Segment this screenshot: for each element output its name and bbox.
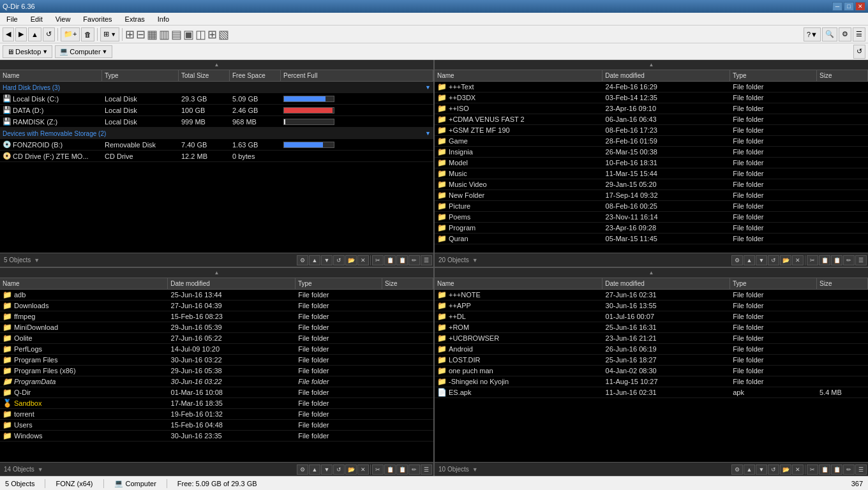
toolbar-icon9[interactable]: ▧ bbox=[218, 27, 229, 41]
pt-folder-tr[interactable]: 📂 bbox=[780, 255, 791, 265]
toolbar-extra[interactable]: ☰ bbox=[853, 27, 865, 41]
pt-copy-br[interactable]: 📋 bbox=[819, 464, 830, 475]
pt-menu-tl[interactable]: ☰ bbox=[421, 255, 432, 265]
file-row[interactable]: 📁Users15-Feb-16 04:48File folder bbox=[0, 420, 433, 431]
pt-paste-bl[interactable]: 📋 bbox=[396, 464, 408, 475]
pt-folder-bl[interactable]: 📂 bbox=[345, 464, 357, 475]
pt-up-bl[interactable]: ▲ bbox=[309, 464, 320, 475]
col-date-tr[interactable]: Date modified bbox=[602, 70, 730, 81]
desktop-dropdown-icon[interactable]: ▼ bbox=[42, 48, 48, 55]
col-type-br[interactable]: Type bbox=[730, 278, 817, 289]
disk-b[interactable]: 💿FONZROID (B:) Removable Disk 7.40 GB 1.… bbox=[0, 139, 433, 151]
file-row[interactable]: 📁+GSM ZTE MF 19008-Feb-16 17:23File fold… bbox=[435, 125, 868, 136]
toolbar-icon7[interactable]: ◫ bbox=[195, 27, 206, 41]
pt-delete-br[interactable]: ✕ bbox=[792, 464, 804, 475]
toolbar-icon1[interactable]: ⊞ bbox=[125, 27, 135, 41]
file-row[interactable]: 📁Picture08-Feb-16 00:25File folder bbox=[435, 201, 868, 212]
col-name-br[interactable]: Name bbox=[435, 278, 602, 289]
pt-delete-tl[interactable]: ✕ bbox=[357, 255, 369, 265]
disk-f[interactable]: 📀CD Drive (F:) ZTE MO... CD Drive 12.2 M… bbox=[0, 151, 433, 162]
pt-edit-tl[interactable]: ✏ bbox=[408, 255, 420, 265]
minimize-button[interactable]: ─ bbox=[832, 2, 842, 11]
col-size-br[interactable]: Size bbox=[817, 278, 868, 289]
file-row-apk[interactable]: 📄ES.apk11-Jun-16 02:31apk5.4 MB bbox=[435, 387, 868, 398]
col-name-tl[interactable]: Name bbox=[0, 70, 102, 81]
toolbar-icon3[interactable]: ▦ bbox=[147, 27, 158, 41]
pt-up-tr[interactable]: ▲ bbox=[744, 255, 755, 265]
pt-refresh-bl[interactable]: ↺ bbox=[333, 464, 345, 475]
maximize-button[interactable]: □ bbox=[844, 2, 854, 11]
disk-z[interactable]: 💾RAMDISK (Z:) Local Disk 999 MB 968 MB bbox=[0, 116, 433, 128]
col-pct-tl[interactable]: Percent Full bbox=[281, 70, 433, 81]
pt-refresh-tl[interactable]: ↺ bbox=[333, 255, 345, 265]
toolbar-search[interactable]: 🔍 bbox=[822, 27, 837, 41]
toolbar-help[interactable]: ?▼ bbox=[804, 27, 821, 41]
pt-refresh-tr[interactable]: ↺ bbox=[768, 255, 779, 265]
toolbar-forward[interactable]: ▶ bbox=[15, 27, 27, 41]
objects-count-br[interactable]: 10 Objects bbox=[436, 466, 472, 473]
file-row[interactable]: 📁Android26-Jun-16 06:19File folder bbox=[435, 344, 868, 355]
file-row[interactable]: 📁+UCBROWSER23-Jun-16 21:21File folder bbox=[435, 333, 868, 344]
scroll-top-tr[interactable]: ▲ bbox=[435, 60, 868, 70]
pt-delete-bl[interactable]: ✕ bbox=[357, 464, 369, 475]
pt-paste-br[interactable]: 📋 bbox=[831, 464, 842, 475]
pt-folder-tl[interactable]: 📂 bbox=[345, 255, 357, 265]
file-row[interactable]: 📁Music Video29-Jan-15 05:20File folder bbox=[435, 179, 868, 190]
file-row[interactable]: 📁Windows30-Jun-16 23:35File folder bbox=[0, 431, 433, 442]
toolbar-icon4[interactable]: ▥ bbox=[159, 27, 170, 41]
objects-count-bl[interactable]: 14 Objects bbox=[1, 466, 37, 473]
pt-menu-br[interactable]: ☰ bbox=[855, 464, 867, 475]
objects-count-tr[interactable]: 20 Objects bbox=[436, 256, 472, 264]
col-size-bl[interactable]: Size bbox=[382, 278, 433, 289]
file-row[interactable]: 📁-Shingeki no Kyojin11-Aug-15 10:27File … bbox=[435, 376, 868, 387]
close-button[interactable]: ✕ bbox=[855, 2, 865, 11]
address-desktop[interactable]: 🖥 Desktop ▼ bbox=[3, 45, 52, 58]
file-row[interactable]: 📁Q-Dir01-Mar-16 10:08File folder bbox=[0, 387, 433, 398]
pt-menu-tr[interactable]: ☰ bbox=[855, 255, 867, 265]
pt-down-br[interactable]: ▼ bbox=[756, 464, 767, 475]
pt-delete-tr[interactable]: ✕ bbox=[792, 255, 804, 265]
col-type-bl[interactable]: Type bbox=[296, 278, 382, 289]
menu-info[interactable]: Info bbox=[154, 14, 173, 24]
scroll-top-br[interactable]: ▲ bbox=[435, 268, 868, 278]
col-free-tl[interactable]: Free Space bbox=[230, 70, 281, 81]
toolbar-new-folder[interactable]: 📁+ bbox=[61, 27, 80, 41]
file-row[interactable]: 📁Model10-Feb-16 18:31File folder bbox=[435, 158, 868, 168]
file-row[interactable]: 📁Program Files30-Jun-16 03:22File folder bbox=[0, 355, 433, 366]
toolbar-icon8[interactable]: ⊞ bbox=[207, 27, 217, 41]
file-row-programdata[interactable]: 📁ProgramData30-Jun-16 03:22File folder bbox=[0, 376, 433, 387]
file-row[interactable]: 📁Poems23-Nov-11 16:14File folder bbox=[435, 212, 868, 223]
toolbar-refresh[interactable]: ↺ bbox=[43, 27, 55, 41]
file-row[interactable]: 📁++ISO23-Apr-16 09:10File folder bbox=[435, 103, 868, 114]
pt-down-tr[interactable]: ▼ bbox=[756, 255, 767, 265]
pt-cut-bl[interactable]: ✂ bbox=[372, 464, 384, 475]
toolbar-view-options[interactable]: ⊞▼ bbox=[100, 27, 119, 41]
col-type-tl[interactable]: Type bbox=[102, 70, 179, 81]
file-row[interactable]: 📁Game28-Feb-16 01:59File folder bbox=[435, 136, 868, 147]
file-row[interactable]: 📁++APP30-Jun-16 13:55File folder bbox=[435, 301, 868, 311]
col-date-bl[interactable]: Date modified bbox=[168, 278, 296, 289]
pt-edit-bl[interactable]: ✏ bbox=[408, 464, 420, 475]
pt-up-br[interactable]: ▲ bbox=[744, 464, 755, 475]
file-row-downloads[interactable]: 📁Downloads27-Jun-16 04:39File folder bbox=[0, 301, 433, 311]
toolbar-icon2[interactable]: ⊟ bbox=[136, 27, 146, 41]
file-row[interactable]: 📁adb25-Jun-16 13:44File folder bbox=[0, 290, 433, 301]
file-row[interactable]: 📁Oolite27-Jun-16 05:22File folder bbox=[0, 333, 433, 344]
file-row[interactable]: 📁+++NOTE27-Jun-16 02:31File folder bbox=[435, 290, 868, 301]
col-total-tl[interactable]: Total Size bbox=[179, 70, 230, 81]
disk-c[interactable]: 💾Local Disk (C:) Local Disk 29.3 GB 5.09… bbox=[0, 93, 433, 105]
scroll-top-bl[interactable]: ▲ bbox=[0, 268, 433, 278]
col-name-tr[interactable]: Name bbox=[435, 70, 602, 81]
pt-up-tl[interactable]: ▲ bbox=[309, 255, 320, 265]
menu-favorites[interactable]: Favorites bbox=[79, 14, 116, 24]
toolbar-back[interactable]: ◀ bbox=[3, 27, 14, 41]
col-size-tr[interactable]: Size bbox=[817, 70, 868, 81]
menu-edit[interactable]: Edit bbox=[27, 14, 47, 24]
file-row[interactable]: 📁+ROM25-Jun-16 16:31File folder bbox=[435, 322, 868, 333]
col-name-bl[interactable]: Name bbox=[0, 278, 168, 289]
pt-settings-br[interactable]: ⚙ bbox=[731, 464, 743, 475]
file-row-sandbox[interactable]: 🏅Sandbox17-Mar-16 18:35File folder bbox=[0, 398, 433, 409]
pt-down-bl[interactable]: ▼ bbox=[321, 464, 333, 475]
pt-paste-tl[interactable]: 📋 bbox=[396, 255, 408, 265]
file-row[interactable]: 📁Program23-Apr-16 09:28File folder bbox=[435, 223, 868, 234]
